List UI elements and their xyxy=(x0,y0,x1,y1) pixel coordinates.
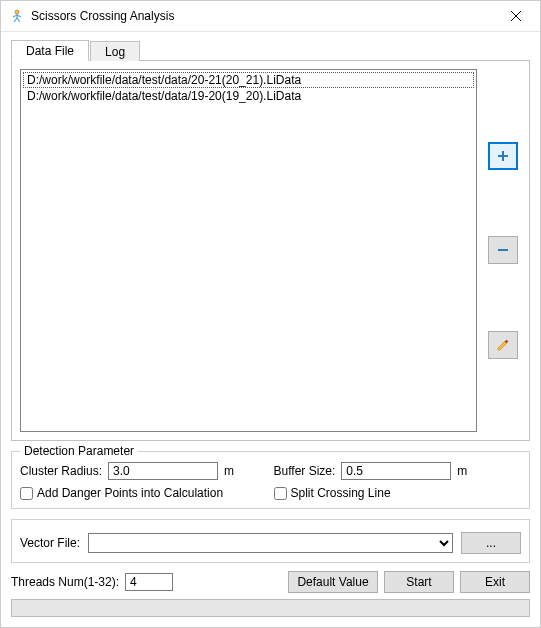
window-title: Scissors Crossing Analysis xyxy=(31,9,496,23)
vector-file-group: Vector File: ... xyxy=(11,519,530,563)
threads-label: Threads Num(1-32): xyxy=(11,575,119,589)
minus-icon xyxy=(496,243,510,257)
vector-file-combo[interactable] xyxy=(88,533,453,553)
cluster-radius-unit: m xyxy=(224,464,234,478)
list-item[interactable]: D:/work/workfile/data/test/data/20-21(20… xyxy=(23,72,474,88)
clear-files-button[interactable] xyxy=(488,331,518,359)
file-list[interactable]: D:/work/workfile/data/test/data/20-21(20… xyxy=(20,69,477,432)
add-file-button[interactable] xyxy=(488,142,518,170)
vector-file-browse-button[interactable]: ... xyxy=(461,532,521,554)
buffer-size-unit: m xyxy=(457,464,467,478)
split-crossing-checkbox-input[interactable] xyxy=(274,487,287,500)
tabbar: Data File Log xyxy=(11,38,530,60)
svg-line-4 xyxy=(14,18,17,22)
remove-file-button[interactable] xyxy=(488,236,518,264)
app-icon xyxy=(9,8,25,24)
list-item[interactable]: D:/work/workfile/data/test/data/19-20(19… xyxy=(23,88,474,104)
detection-legend: Detection Parameter xyxy=(20,444,138,458)
split-crossing-checkbox[interactable]: Split Crossing Line xyxy=(274,486,391,500)
tabpane-data-file: D:/work/workfile/data/test/data/20-21(20… xyxy=(11,60,530,441)
add-danger-checkbox[interactable]: Add Danger Points into Calculation xyxy=(20,486,223,500)
tab-log[interactable]: Log xyxy=(90,41,140,61)
close-button[interactable] xyxy=(496,2,536,30)
tab-data-file[interactable]: Data File xyxy=(11,40,89,61)
split-crossing-label: Split Crossing Line xyxy=(291,486,391,500)
svg-line-5 xyxy=(17,18,20,22)
plus-icon xyxy=(496,149,510,163)
threads-input[interactable] xyxy=(125,573,173,591)
detection-parameter-group: Detection Parameter Cluster Radius: m Bu… xyxy=(11,451,530,509)
progress-bar xyxy=(11,599,530,617)
exit-button[interactable]: Exit xyxy=(460,571,530,593)
file-list-buttons xyxy=(485,69,521,432)
buffer-size-label: Buffer Size: xyxy=(274,464,336,478)
svg-point-0 xyxy=(15,10,19,14)
add-danger-label: Add Danger Points into Calculation xyxy=(37,486,223,500)
svg-line-2 xyxy=(13,15,17,17)
buffer-size-input[interactable] xyxy=(341,462,451,480)
close-icon xyxy=(511,11,521,21)
add-danger-checkbox-input[interactable] xyxy=(20,487,33,500)
vector-file-label: Vector File: xyxy=(20,536,80,550)
default-value-button[interactable]: Default Value xyxy=(288,571,378,593)
start-button[interactable]: Start xyxy=(384,571,454,593)
pencil-icon xyxy=(496,338,510,352)
cluster-radius-label: Cluster Radius: xyxy=(20,464,102,478)
cluster-radius-input[interactable] xyxy=(108,462,218,480)
titlebar: Scissors Crossing Analysis xyxy=(1,1,540,32)
